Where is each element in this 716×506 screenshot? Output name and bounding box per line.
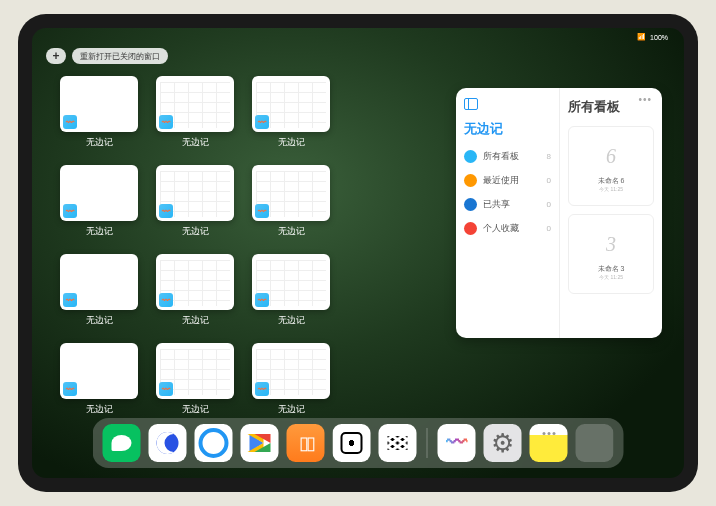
category-count: 0 xyxy=(547,200,551,209)
category-count: 0 xyxy=(547,176,551,185)
screen: 📶 100% + 重新打开已关闭的窗口 无边记无边记无边记无边记无边记无边记无边… xyxy=(32,28,684,478)
category-row[interactable]: 已共享0 xyxy=(464,198,551,211)
freeform-app-icon xyxy=(255,115,269,129)
freeform-app-icon xyxy=(255,382,269,396)
dock-app-books[interactable] xyxy=(287,424,325,462)
category-count: 0 xyxy=(547,224,551,233)
board-date: 今天 11:25 xyxy=(599,186,623,192)
board-thumbnail: 6 xyxy=(595,140,627,172)
panel-sidebar: 无边记 所有看板8最近使用0已共享0个人收藏0 xyxy=(456,88,560,338)
dock-app-notes[interactable] xyxy=(530,424,568,462)
board-date: 今天 11:25 xyxy=(599,274,623,280)
freeform-app-icon xyxy=(159,204,173,218)
panel-app-title: 无边记 xyxy=(464,120,551,138)
new-window-button[interactable]: + xyxy=(46,48,66,64)
top-controls: + 重新打开已关闭的窗口 xyxy=(46,48,168,64)
window-label: 无边记 xyxy=(278,403,305,416)
sidebar-toggle-icon[interactable] xyxy=(464,98,478,110)
window-label: 无边记 xyxy=(86,136,113,149)
freeform-app-icon xyxy=(159,293,173,307)
dock-app-freeform[interactable] xyxy=(438,424,476,462)
window-preview xyxy=(252,343,330,399)
category-row[interactable]: 最近使用0 xyxy=(464,174,551,187)
window-label: 无边记 xyxy=(182,403,209,416)
window-tile[interactable]: 无边记 xyxy=(156,254,234,327)
window-tile[interactable]: 无边记 xyxy=(252,76,330,149)
window-label: 无边记 xyxy=(278,314,305,327)
freeform-panel: ••• 无边记 所有看板8最近使用0已共享0个人收藏0 所有看板 6未命名 6今… xyxy=(456,88,662,338)
window-label: 无边记 xyxy=(182,225,209,238)
freeform-app-icon xyxy=(159,382,173,396)
reopen-closed-window-button[interactable]: 重新打开已关闭的窗口 xyxy=(72,48,168,64)
window-preview xyxy=(156,343,234,399)
dock-app-qq-browser[interactable] xyxy=(195,424,233,462)
window-preview xyxy=(252,76,330,132)
window-tile[interactable]: 无边记 xyxy=(156,76,234,149)
window-tile[interactable]: 无边记 xyxy=(156,343,234,416)
status-right: 📶 100% xyxy=(637,33,668,41)
window-tile[interactable]: 无边记 xyxy=(60,165,138,238)
window-tile[interactable]: 无边记 xyxy=(156,165,234,238)
freeform-app-icon xyxy=(255,293,269,307)
status-bar: 📶 100% xyxy=(32,28,684,44)
freeform-app-icon xyxy=(255,204,269,218)
window-label: 无边记 xyxy=(182,136,209,149)
window-label: 无边记 xyxy=(86,314,113,327)
board-card[interactable]: 6未命名 6今天 11:25 xyxy=(568,126,654,206)
board-thumbnail: 3 xyxy=(595,228,627,260)
battery-label: 100% xyxy=(650,34,668,41)
category-icon xyxy=(464,198,477,211)
freeform-app-icon xyxy=(63,204,77,218)
window-label: 无边记 xyxy=(86,225,113,238)
dock-app-wechat[interactable] xyxy=(103,424,141,462)
window-label: 无边记 xyxy=(278,136,305,149)
window-preview xyxy=(60,76,138,132)
windows-grid: 无边记无边记无边记无边记无边记无边记无边记无边记无边记无边记无边记无边记 xyxy=(60,76,330,416)
window-preview xyxy=(60,343,138,399)
freeform-app-icon xyxy=(63,382,77,396)
dock-app-settings[interactable] xyxy=(484,424,522,462)
board-name: 未命名 3 xyxy=(598,264,625,274)
window-label: 无边记 xyxy=(86,403,113,416)
window-preview xyxy=(252,254,330,310)
freeform-app-icon xyxy=(159,115,173,129)
window-preview xyxy=(156,165,234,221)
category-label: 个人收藏 xyxy=(483,222,541,235)
category-row[interactable]: 个人收藏0 xyxy=(464,222,551,235)
panel-content: 所有看板 6未命名 6今天 11:253未命名 3今天 11:25 xyxy=(560,88,662,338)
dock-app-misc[interactable] xyxy=(379,424,417,462)
window-tile[interactable]: 无边记 xyxy=(60,254,138,327)
freeform-app-icon xyxy=(63,293,77,307)
category-row[interactable]: 所有看板8 xyxy=(464,150,551,163)
window-preview xyxy=(60,165,138,221)
window-tile[interactable]: 无边记 xyxy=(60,343,138,416)
dock-app-game[interactable] xyxy=(333,424,371,462)
wifi-icon: 📶 xyxy=(637,33,646,41)
freeform-app-icon xyxy=(63,115,77,129)
window-label: 无边记 xyxy=(182,314,209,327)
dock xyxy=(93,418,624,468)
dock-app-qq-hd[interactable] xyxy=(149,424,187,462)
category-label: 所有看板 xyxy=(483,150,541,163)
window-tile[interactable]: 无边记 xyxy=(252,254,330,327)
category-icon xyxy=(464,150,477,163)
window-tile[interactable]: 无边记 xyxy=(252,343,330,416)
ipad-frame: 📶 100% + 重新打开已关闭的窗口 无边记无边记无边记无边记无边记无边记无边… xyxy=(18,14,698,492)
board-card[interactable]: 3未命名 3今天 11:25 xyxy=(568,214,654,294)
category-icon xyxy=(464,222,477,235)
dock-app-library[interactable] xyxy=(576,424,614,462)
category-label: 最近使用 xyxy=(483,174,541,187)
category-label: 已共享 xyxy=(483,198,541,211)
window-preview xyxy=(156,254,234,310)
window-preview xyxy=(60,254,138,310)
window-preview xyxy=(252,165,330,221)
window-tile[interactable]: 无边记 xyxy=(252,165,330,238)
board-name: 未命名 6 xyxy=(598,176,625,186)
category-count: 8 xyxy=(547,152,551,161)
dock-app-play[interactable] xyxy=(241,424,279,462)
window-tile[interactable]: 无边记 xyxy=(60,76,138,149)
window-label: 无边记 xyxy=(278,225,305,238)
window-preview xyxy=(156,76,234,132)
panel-more-icon[interactable]: ••• xyxy=(638,94,652,105)
dock-separator xyxy=(427,428,428,458)
